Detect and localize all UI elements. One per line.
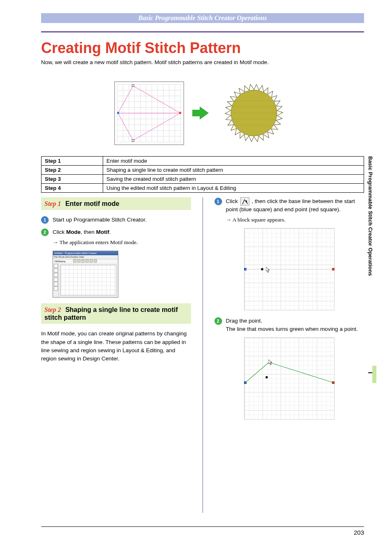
motif-grid-figure (114, 81, 184, 145)
table-row: Step 1Enter motif mode (42, 157, 364, 166)
step-cell: Step 4 (42, 184, 103, 193)
side-tab-label: Basic Programmable Stitch Creator Operat… (367, 156, 374, 276)
steps-summary-table: Step 1Enter motif modeStep 2Shaping a si… (41, 156, 364, 193)
bottom-rule (41, 526, 364, 527)
svg-marker-18 (268, 360, 272, 365)
side-tab-marker-icon (372, 366, 376, 383)
step1-item-2: 2 Click Mode, then Motif. → The applicat… (41, 228, 191, 247)
embroidery-result-figure (217, 80, 291, 146)
desc-cell: Shaping a single line to create motif st… (103, 166, 364, 175)
figure-row (41, 78, 364, 148)
motif-lines-icon (117, 84, 181, 142)
right-item-2-text: Drag the point. The line that moves turn… (226, 317, 364, 334)
grid-figure-drag-point (244, 337, 334, 420)
desc-cell: Saving the created motif stitch pattern (103, 175, 364, 184)
step2-paragraph: In Motif mode, you can create original p… (41, 330, 191, 363)
app-screenshot: Untitled - Programmable Stitch Creator F… (53, 251, 118, 298)
step1-heading: Step 1 Enter motif mode (41, 197, 191, 210)
screenshot-menubar: File Mode Edit Display Help (53, 255, 118, 259)
svg-marker-5 (192, 106, 209, 120)
step-cell: Step 1 (42, 157, 103, 166)
svg-line-16 (245, 362, 269, 383)
svg-rect-1 (117, 112, 119, 114)
desc-cell: Using the edited motif stitch pattern in… (103, 184, 364, 193)
step-cell: Step 2 (42, 166, 103, 175)
grid-figure-block-square (244, 228, 334, 310)
cursor-icon (266, 267, 272, 273)
handle-point-icon (261, 268, 263, 270)
right-item-1-sub: → A block square appears. (226, 216, 364, 224)
arrow-right-icon (192, 105, 209, 121)
screenshot-tool-sidebar (53, 263, 59, 297)
right-item-1: 1 Click , then click the base line betwe… (214, 197, 364, 224)
screenshot-titlebar: Untitled - Programmable Stitch Creator (53, 251, 118, 255)
table-row: Step 3Saving the created motif stitch pa… (42, 175, 364, 184)
svg-rect-4 (132, 139, 134, 141)
step2-heading: Step 2 Shaping a single line to create m… (41, 303, 191, 324)
step1-title: Enter motif mode (65, 200, 120, 207)
step1-item-2-text: Click Mode, then Motif. → The applicatio… (53, 228, 191, 247)
intro-paragraph: Now, we will create a new motif stitch p… (41, 59, 364, 65)
page-title: Creating Motif Stitch Pattern (41, 39, 364, 57)
screenshot-canvas (60, 265, 116, 295)
svg-marker-15 (266, 267, 270, 272)
number-badge-2: 2 (41, 229, 48, 236)
table-row: Step 4Using the edited motif stitch patt… (42, 184, 364, 193)
top-rule (41, 31, 364, 32)
step-cell: Step 3 (42, 175, 103, 184)
table-row: Step 2Shaping a single line to create mo… (42, 166, 364, 175)
right-item-2: 2 Drag the point. The line that moves tu… (214, 317, 364, 334)
svg-rect-2 (179, 112, 181, 114)
desc-cell: Enter motif mode (103, 157, 364, 166)
step2-title: Shaping a single line to create motif st… (44, 306, 178, 321)
step1-item-1: 1 Start up Programmable Stitch Creator. (41, 216, 191, 224)
page-title-block: Creating Motif Stitch Pattern Now, we wi… (41, 39, 364, 65)
svg-line-17 (269, 362, 333, 383)
step1-item-1-text: Start up Programmable Stitch Creator. (53, 216, 191, 224)
number-badge-2: 2 (214, 317, 222, 325)
screenshot-toolbar: Fill/Stamp (53, 259, 118, 263)
number-badge-1: 1 (214, 198, 222, 205)
side-section-tab: Basic Programmable Stitch Creator Operat… (367, 156, 376, 386)
column-divider (203, 197, 203, 513)
step1-label: Step 1 (44, 200, 61, 207)
screenshot-mode-menu: Fill/Stamp (53, 259, 71, 263)
handle-point-icon (265, 376, 267, 379)
cursor-icon (268, 360, 274, 365)
edit-point-tool-icon (240, 197, 249, 205)
screenshot-toolbar-icons (71, 259, 118, 263)
step1-item-2-sub: → The application enters Motif mode. (53, 238, 191, 247)
page-number: 203 (354, 529, 364, 536)
running-header: Basic Programmable Stitch Creator Operat… (41, 13, 364, 23)
svg-rect-3 (132, 84, 134, 86)
right-item-1-text: Click , then click the base line between… (226, 197, 364, 224)
left-column: Step 1 Enter motif mode 1 Start up Progr… (41, 197, 191, 513)
number-badge-1: 1 (41, 216, 48, 224)
right-column: 1 Click , then click the base line betwe… (214, 197, 364, 513)
body-columns: Step 1 Enter motif mode 1 Start up Progr… (41, 197, 364, 513)
step2-label: Step 2 (44, 306, 61, 313)
